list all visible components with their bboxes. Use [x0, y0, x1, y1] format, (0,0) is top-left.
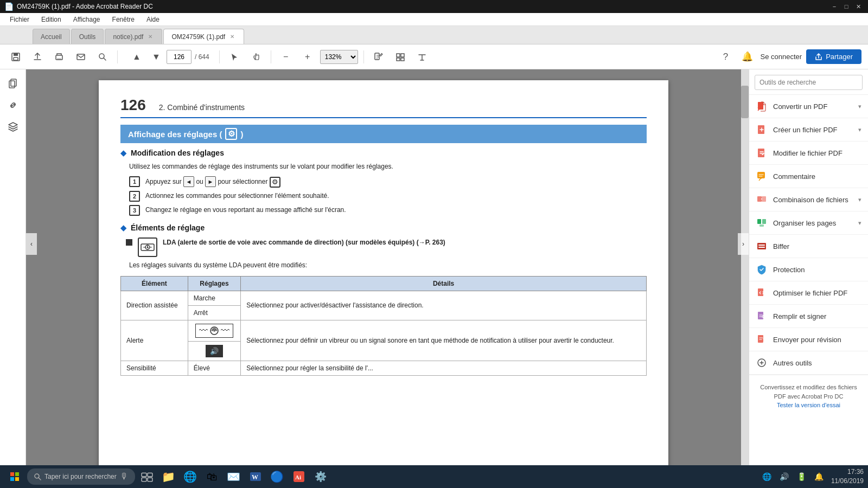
cursor-tool-button[interactable]: [225, 48, 244, 66]
tab-accueil[interactable]: Accueil: [33, 29, 70, 44]
nav-arrow-left[interactable]: ‹: [26, 233, 37, 255]
taskbar-icon-settings[interactable]: ⚙️: [311, 467, 330, 486]
tray-battery[interactable]: 🔋: [794, 469, 809, 484]
taskbar-icon-acrobat[interactable]: Ai: [289, 467, 309, 486]
panel-item-edit[interactable]: Modifier le fichier PDF: [749, 142, 868, 165]
table-row-direction-marche: Direction assistée Marche Sélectionnez p…: [121, 291, 647, 305]
taskbar-icon-store[interactable]: 🛍: [202, 467, 222, 486]
taskbar-icon-chrome[interactable]: 🔵: [267, 467, 287, 486]
panel-item-create[interactable]: Créer un fichier PDF ▾: [749, 118, 868, 142]
taskbar-icon-explorer[interactable]: 📁: [159, 467, 178, 486]
cell-sensibilite: Sensibilité: [121, 361, 188, 375]
page-input[interactable]: 126: [167, 50, 192, 64]
tray-volume[interactable]: 🔊: [777, 469, 792, 484]
sidebar-layers-icon[interactable]: [3, 117, 23, 137]
connect-label[interactable]: Se connecter: [761, 53, 802, 61]
toolbar-sep-1: [117, 50, 118, 63]
panel-item-comment[interactable]: Commentaire: [749, 165, 868, 188]
menu-affichage[interactable]: Affichage: [68, 15, 106, 24]
page-up-button[interactable]: ▲: [127, 48, 146, 66]
panel-item-combine[interactable]: Combinaison de fichiers ▾: [749, 188, 868, 211]
panel-item-more-tools[interactable]: Autres outils: [749, 351, 868, 375]
bell-button[interactable]: 🔔: [739, 48, 756, 66]
menu-fichier[interactable]: Fichier: [4, 15, 35, 24]
tab-outils[interactable]: Outils: [71, 29, 104, 44]
annotation-btn[interactable]: [369, 48, 388, 66]
svg-rect-31: [758, 312, 763, 319]
left-sidebar: [0, 69, 26, 465]
pdf-chapter-title: 2. Combiné d'instruments: [159, 103, 245, 112]
cell-alerte-details: Sélectionnez pour définir un vibreur ou …: [241, 320, 647, 361]
svg-rect-30: [758, 288, 763, 296]
zoom-out-button[interactable]: −: [277, 48, 295, 66]
sidebar-copy-icon[interactable]: [3, 74, 23, 93]
maximize-button[interactable]: □: [841, 1, 852, 12]
minimize-button[interactable]: −: [829, 1, 840, 12]
panel-item-optimize[interactable]: Optimiser le fichier PDF: [749, 281, 868, 305]
convert-pdf-label: Convertir un PDF: [773, 102, 853, 111]
svg-rect-43: [148, 478, 152, 481]
email-button[interactable]: [72, 48, 90, 66]
step-1-num: 1: [129, 176, 140, 187]
tab-om24759k-label: OM24759K (1).pdf: [171, 33, 225, 41]
upload-button[interactable]: [28, 48, 47, 66]
panel-item-fill-sign[interactable]: Remplir et signer: [749, 305, 868, 328]
pdf-page: 126 2. Combiné d'instruments Affichage d…: [99, 80, 668, 465]
panel-item-redact[interactable]: Biffer: [749, 235, 868, 258]
view-options-btn[interactable]: [391, 48, 410, 66]
tray-notify[interactable]: 🔔: [812, 469, 827, 484]
section-title-bar: Affichage des réglages ( ⚙ ): [120, 125, 647, 143]
share-button[interactable]: Partager: [806, 49, 861, 64]
menu-edition[interactable]: Edition: [36, 15, 67, 24]
tab-accueil-label: Accueil: [41, 33, 62, 41]
taskbar-icon-word[interactable]: W: [246, 467, 265, 486]
page-down-button[interactable]: ▼: [147, 48, 165, 66]
taskbar-icon-mail[interactable]: ✉️: [224, 467, 244, 486]
nav-arrow-right[interactable]: ›: [738, 233, 749, 255]
menu-aide[interactable]: Aide: [141, 15, 165, 24]
send-review-label: Envoyer pour révision: [773, 336, 861, 344]
text-tool-btn[interactable]: [413, 48, 431, 66]
taskbar-icon-edge[interactable]: 🌐: [181, 467, 200, 486]
redact-icon: [756, 240, 768, 252]
taskbar-search-box[interactable]: Taper ici pour rechercher 🎙: [27, 468, 135, 485]
svg-rect-25: [762, 196, 766, 202]
tray-network[interactable]: 🌐: [760, 469, 775, 484]
fill-sign-icon: [756, 310, 768, 322]
pdf-scroll[interactable]: 126 2. Combiné d'instruments Affichage d…: [26, 69, 741, 465]
tab-notice[interactable]: notice).pdf ✕: [105, 29, 162, 44]
more-tools-label: Autres outils: [773, 359, 861, 367]
svg-rect-14: [11, 79, 16, 86]
scrollbar-thumb[interactable]: [741, 86, 749, 118]
menu-fenetre[interactable]: Fenêtre: [107, 15, 140, 24]
taskbar: Taper ici pour rechercher 🎙 📁 🌐 🛍 ✉️ W 🔵…: [0, 465, 868, 488]
panel-item-convert[interactable]: Convertir un PDF ▾: [749, 95, 868, 118]
sidebar-link-icon[interactable]: [3, 95, 23, 115]
taskbar-icon-taskview[interactable]: [137, 467, 157, 486]
pdf-body-text: Utilisez les commandes de réglage des in…: [120, 162, 647, 172]
help-button[interactable]: ?: [717, 48, 735, 66]
panel-item-send-review[interactable]: Envoyer pour révision: [749, 328, 868, 351]
save-button[interactable]: [7, 48, 25, 66]
close-button[interactable]: ✕: [853, 1, 864, 12]
zoom-in-button[interactable]: +: [298, 48, 317, 66]
svg-line-7: [104, 58, 106, 60]
tools-search-input[interactable]: [755, 75, 863, 90]
tab-om24759k[interactable]: OM24759K (1).pdf ✕: [163, 29, 244, 44]
panel-item-organize[interactable]: Organiser les pages ▾: [749, 211, 868, 235]
tab-om24759k-close[interactable]: ✕: [228, 33, 236, 40]
page-navigation: ▲ ▼ 126 / 644: [127, 48, 209, 66]
panel-item-protection[interactable]: Protection: [749, 258, 868, 281]
svg-rect-35: [15, 472, 19, 476]
app-icon: 📄: [4, 2, 14, 11]
search-button[interactable]: [93, 48, 112, 66]
zoom-select[interactable]: 132% 100% 75% 150%: [320, 50, 358, 64]
tab-bar: Accueil Outils notice).pdf ✕ OM24759K (1…: [0, 26, 868, 44]
footer-trial-link[interactable]: Tester la version d'essai: [777, 402, 840, 408]
start-button[interactable]: [4, 466, 25, 487]
svg-rect-12: [401, 58, 404, 61]
v-scrollbar[interactable]: [741, 69, 749, 465]
print-button[interactable]: [50, 48, 68, 66]
hand-tool-button[interactable]: [247, 48, 265, 66]
tab-notice-close[interactable]: ✕: [146, 33, 154, 40]
